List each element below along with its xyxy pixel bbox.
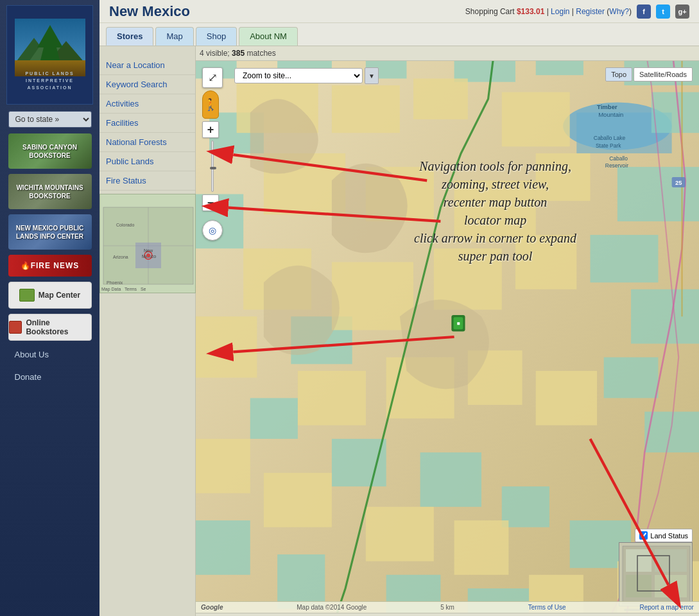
terms-of-use-link[interactable]: Terms of Use [528, 604, 566, 611]
tab-stores[interactable]: Stores [106, 27, 153, 46]
filter-header [99, 49, 195, 56]
zoom-dropdown-area: Zoom to site... ▼ [234, 67, 379, 84]
googleplus-icon[interactable]: g+ [675, 4, 689, 19]
why-link[interactable]: Why? [609, 7, 629, 16]
svg-rect-39 [502, 486, 549, 527]
svg-rect-41 [196, 520, 250, 575]
mini-map-svg: Colorado Arizona New Mexico Phoenix [100, 194, 196, 293]
svg-rect-38 [420, 452, 481, 507]
recenter-button[interactable]: ◎ [202, 220, 223, 241]
google-label: Google [201, 604, 223, 611]
locator-map-svg [619, 543, 693, 606]
filter-facilities[interactable]: Facilities [99, 114, 195, 133]
sidebar-donate[interactable]: Donate [8, 367, 92, 387]
land-status-checkbox-area[interactable]: Land Status [635, 529, 693, 542]
map-view[interactable]: 25 Timber Mountain Caballo Lake State Pa… [196, 61, 699, 613]
fire-icon: 🔥 [21, 261, 31, 270]
tab-map[interactable]: Map [155, 27, 193, 46]
svg-text:Timber: Timber [597, 103, 617, 110]
svg-rect-46 [332, 85, 400, 133]
svg-text:Caballo: Caballo [609, 155, 628, 162]
register-link[interactable]: Register [576, 7, 605, 16]
zoom-in-button[interactable]: + [202, 121, 219, 138]
topo-button[interactable]: Topo [605, 67, 632, 81]
tab-shop[interactable]: Shop [196, 27, 237, 46]
svg-rect-93 [655, 549, 687, 572]
svg-text:Reservoir: Reservoir [605, 162, 628, 169]
filter-near-location[interactable]: Near a Location [99, 56, 195, 75]
login-link[interactable]: Login [551, 7, 569, 16]
filter-public-lands[interactable]: Public Lands [99, 152, 195, 171]
svg-text:25: 25 [675, 179, 682, 186]
content-area: Near a Location Keyword Search Activitie… [99, 46, 699, 616]
mini-locator-panel: Colorado Arizona New Mexico Phoenix Map … [99, 194, 196, 293]
page-title: New Mexico [109, 3, 190, 20]
svg-rect-95 [655, 575, 687, 597]
locator-mini-map [619, 542, 693, 606]
mini-map-attribution: Map Data Terms Se [101, 287, 146, 291]
svg-rect-31 [604, 357, 659, 398]
svg-rect-48 [502, 92, 570, 147]
svg-rect-57 [196, 316, 257, 377]
sidebar-about-us[interactable]: About Us [8, 345, 92, 364]
filter-keyword[interactable]: Keyword Search [99, 75, 195, 94]
map-center-button[interactable]: Map Center [8, 282, 92, 309]
map-footer: Google Map data ©2014 Google 5 km Terms … [196, 601, 699, 613]
book-icon [9, 321, 22, 334]
svg-text:■: ■ [456, 320, 460, 327]
satellite-roads-button[interactable]: Satellite/Roads [634, 67, 693, 81]
svg-rect-56 [515, 235, 576, 289]
report-error-link[interactable]: Report a map error [639, 604, 693, 611]
svg-rect-64 [366, 507, 434, 561]
svg-text:Arizona: Arizona [113, 255, 128, 259]
map-center-icon [19, 289, 35, 302]
land-status-checkbox[interactable] [639, 531, 648, 540]
svg-rect-32 [644, 412, 699, 453]
svg-text:Colorado: Colorado [116, 223, 135, 227]
expand-pan-button[interactable]: ⤢ [202, 67, 223, 88]
twitter-icon[interactable]: t [656, 4, 670, 19]
svg-rect-29 [590, 235, 658, 282]
filter-fire-status[interactable]: Fire Status [99, 171, 195, 191]
svg-text:Caballo Lake: Caballo Lake [594, 135, 626, 141]
header-right: Shopping Cart $133.01 | Login | Register… [465, 4, 689, 19]
map-type-buttons: Topo Satellite/Roads [605, 67, 693, 81]
wichita-mountains-bookstore[interactable]: WICHITA MOUNTAINS BOOKSTORE [8, 174, 92, 209]
filter-national-forests[interactable]: National Forests [99, 133, 195, 152]
map-background-svg: 25 Timber Mountain Caballo Lake State Pa… [196, 61, 699, 613]
svg-rect-30 [631, 289, 699, 344]
logo-area: PUBLIC LANDSINTERPRETIVEASSOCIATION [6, 5, 93, 105]
svg-rect-94 [626, 575, 652, 597]
nm-public-lands-bookstore[interactable]: NEW MEXICO PUBLIC LANDS INFO CENTER [8, 214, 92, 250]
match-info: 4 visible; 385 matches [200, 49, 276, 58]
cart-info: Shopping Cart $133.01 | Login | Register… [465, 7, 632, 16]
cart-amount: $133.01 [517, 7, 544, 16]
svg-rect-47 [413, 78, 468, 119]
sidebar: PUBLIC LANDSINTERPRETIVEASSOCIATION Go t… [0, 0, 99, 616]
legend-bar: ≈ Reservoir ▲ Natl. Park or Monument ~ S… [196, 613, 699, 616]
svg-rect-52 [536, 153, 591, 201]
zoom-out-button[interactable]: − [202, 194, 219, 211]
svg-point-17 [146, 253, 150, 257]
sabino-canyon-bookstore[interactable]: SABINO CANYON BOOKSTORE [8, 133, 92, 169]
zoom-go-button[interactable]: ▼ [365, 67, 379, 84]
online-bookstores-button[interactable]: Online Bookstores [8, 314, 92, 341]
svg-text:Phoenix: Phoenix [107, 280, 123, 285]
filter-activities[interactable]: Activities [99, 94, 195, 114]
svg-rect-61 [536, 371, 597, 425]
svg-rect-25 [536, 61, 583, 75]
street-view-person[interactable]: 🚶 [202, 90, 219, 119]
state-select[interactable]: Go to state » [8, 111, 92, 128]
state-select-wrapper[interactable]: Go to state » [8, 111, 92, 128]
map-top-bar: 4 visible; 385 matches [196, 46, 699, 61]
facebook-icon[interactable]: f [637, 4, 651, 19]
svg-text:State Park: State Park [596, 142, 621, 149]
svg-rect-65 [454, 520, 509, 575]
zoom-slider[interactable] [211, 141, 214, 192]
svg-rect-51 [454, 180, 536, 241]
svg-text:Mountain: Mountain [598, 111, 623, 118]
tab-about[interactable]: About NM [239, 27, 298, 46]
zoom-to-site-select[interactable]: Zoom to site... [234, 68, 363, 83]
map-container: 4 visible; 385 matches [196, 46, 699, 616]
fire-news-button[interactable]: 🔥 FIRE NEWS [8, 255, 92, 277]
